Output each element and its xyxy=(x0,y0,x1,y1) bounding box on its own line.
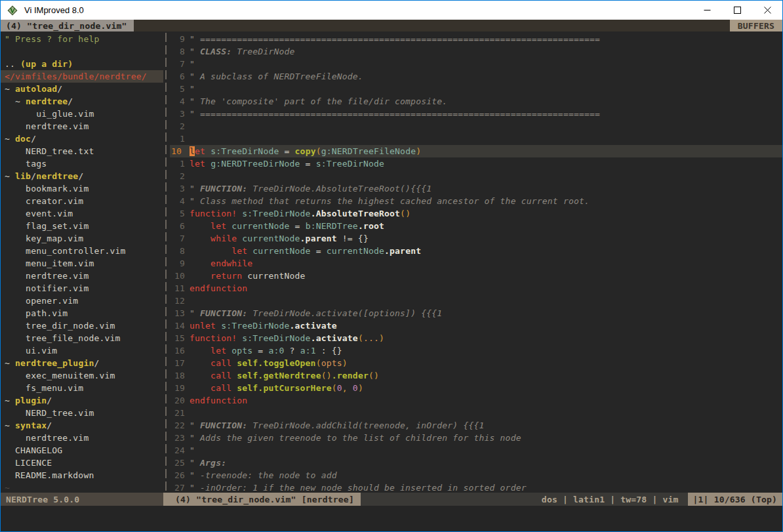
code-line[interactable]: 10 return currentNode xyxy=(170,270,782,282)
code-line[interactable]: 15function! s:TreeDirNode.activate(...) xyxy=(170,332,782,344)
code-line[interactable]: 7 while currentNode.parent != {} xyxy=(170,232,782,245)
token-file: ~ xyxy=(5,134,15,144)
code-line[interactable]: 18 call self.getNerdtree().render() xyxy=(170,369,782,382)
token-k: function! xyxy=(190,209,237,218)
tree-row[interactable]: event.vim xyxy=(1,207,163,220)
code-line-current[interactable]: 10let s:TreeDirNode = copy(g:NERDTreeFil… xyxy=(170,145,782,157)
code-line[interactable]: 27" -inOrder: 1 if the new node should b… xyxy=(170,481,782,493)
code-line[interactable]: 26" -treenode: the node to add xyxy=(170,469,782,481)
code-line[interactable]: 22" FUNCTION: TreeDirNode.addChild(treen… xyxy=(170,419,782,432)
token-dir: doc xyxy=(15,134,31,144)
code-line[interactable]: 8 let currentNode = currentNode.parent xyxy=(170,245,782,257)
code-line[interactable]: 8" CLASS: TreeDirNode xyxy=(170,45,782,58)
code-line[interactable]: 25" Args: xyxy=(170,457,782,469)
code-line[interactable]: 7" xyxy=(170,58,782,70)
code-line[interactable]: 9" =====================================… xyxy=(170,33,782,45)
tree-row[interactable]: nerdtree.vim xyxy=(1,270,163,282)
tree-row[interactable]: ~ xyxy=(1,481,163,493)
buffers-label: BUFFERS xyxy=(730,20,782,31)
code-line[interactable]: 4" Class method that returns the highest… xyxy=(170,195,782,207)
code-text: " CLASS: TreeDirNode xyxy=(190,45,782,58)
token-k: call xyxy=(211,371,231,380)
vim-logo-icon xyxy=(7,5,18,16)
tree-row[interactable]: flag_set.vim xyxy=(1,220,163,232)
tree-row[interactable]: tags xyxy=(1,157,163,170)
tree-row[interactable]: NERD_tree.txt xyxy=(1,145,163,157)
code-line[interactable]: 5function! s:TreeDirNode.AbsoluteTreeRoo… xyxy=(170,207,782,220)
code-line[interactable]: 20endfunction xyxy=(170,394,782,407)
code-line[interactable]: 6" A subclass of NERDTreeFileNode. xyxy=(170,70,782,83)
token-file: fs_menu.vim xyxy=(5,383,83,393)
token-file: / xyxy=(31,171,36,181)
code-line[interactable]: 23" Adds the given treenode to the list … xyxy=(170,432,782,444)
tree-row[interactable]: tree_dir_node.vim xyxy=(1,319,163,332)
tree-row[interactable]: README.markdown xyxy=(1,469,163,481)
tree-row[interactable]: menu_controller.vim xyxy=(1,245,163,257)
token-file: menu_controller.vim xyxy=(5,246,126,256)
tree-row[interactable]: ~ lib/nerdtree/ xyxy=(1,170,163,182)
tree-row[interactable]: path.vim xyxy=(1,307,163,319)
token-k: function! xyxy=(190,333,237,343)
code-line[interactable]: 12 xyxy=(170,295,782,307)
tree-root-path[interactable]: </vimfiles/bundle/nerdtree/ xyxy=(1,70,163,83)
tree-row[interactable]: bookmark.vim xyxy=(1,182,163,195)
code-line[interactable]: 1let g:NERDTreeDirNode = s:TreeDirNode xyxy=(170,157,782,170)
tree-row[interactable]: exec_menuitem.vim xyxy=(1,369,163,382)
code-line[interactable]: 3" FUNCTION: TreeDirNode.AbsoluteTreeRoo… xyxy=(170,182,782,195)
line-number: 14 xyxy=(170,319,190,332)
command-line[interactable] xyxy=(1,506,782,531)
code-line[interactable]: 11endfunction xyxy=(170,282,782,295)
code-line[interactable]: 5" xyxy=(170,83,782,95)
tree-row[interactable]: ~ nerdtree/ xyxy=(1,95,163,108)
code-line[interactable]: 4" The 'composite' part of the file/dir … xyxy=(170,95,782,108)
tree-row[interactable]: tree_file_node.vim xyxy=(1,332,163,344)
tree-row[interactable]: ~ autoload/ xyxy=(1,83,163,95)
code-line[interactable]: 3" =====================================… xyxy=(170,108,782,120)
tree-row[interactable]: ui_glue.vim xyxy=(1,108,163,120)
tree-row[interactable]: ~ plugin/ xyxy=(1,394,163,407)
tree-row[interactable]: creator.vim xyxy=(1,195,163,207)
tree-row[interactable]: key_map.vim xyxy=(1,232,163,245)
tree-row[interactable]: fs_menu.vim xyxy=(1,382,163,394)
code-line[interactable]: 16 let opts = a:0 ? a:1 : {} xyxy=(170,344,782,357)
tree-row[interactable]: LICENCE xyxy=(1,457,163,469)
token-t: = xyxy=(300,159,316,169)
token-file: flag_set.vim xyxy=(5,221,89,231)
code-line[interactable]: 13" FUNCTION: TreeDirNode.activate([opti… xyxy=(170,307,782,319)
window-separator[interactable] xyxy=(163,31,170,493)
code-line[interactable]: 14unlet s:TreeDirNode.activate xyxy=(170,319,782,332)
code-line[interactable]: 1 xyxy=(170,133,782,145)
code-line[interactable]: 24" xyxy=(170,444,782,457)
code-line[interactable]: 19 call self.putCursorHere(0, 0) xyxy=(170,382,782,394)
minimize-button[interactable] xyxy=(692,1,722,20)
tree-row[interactable]: .. (up a dir) xyxy=(1,58,163,70)
code-line[interactable]: 21 xyxy=(170,407,782,419)
code-line[interactable]: 2 xyxy=(170,120,782,133)
tree-row[interactable]: ~ doc/ xyxy=(1,133,163,145)
tree-row[interactable]: ~ syntax/ xyxy=(1,419,163,432)
token-p: ( xyxy=(358,333,363,343)
tab-tree-dir-node[interactable]: (4) "tree_dir_node.vim" xyxy=(1,20,134,31)
tree-row[interactable]: opener.vim xyxy=(1,295,163,307)
maximize-button[interactable] xyxy=(722,1,752,20)
tree-row[interactable]: notifier.vim xyxy=(1,282,163,295)
close-button[interactable] xyxy=(752,1,782,20)
tree-row[interactable]: ui.vim xyxy=(1,344,163,357)
token-p: ( xyxy=(316,146,321,156)
tree-row[interactable]: nerdtree.vim xyxy=(1,432,163,444)
tree-row[interactable] xyxy=(1,45,163,58)
token-t xyxy=(216,321,221,331)
tree-row[interactable]: CHANGELOG xyxy=(1,444,163,457)
tree-row[interactable]: NERD_tree.vim xyxy=(1,407,163,419)
tree-row[interactable]: " Press ? for help xyxy=(1,33,163,45)
code-line[interactable]: 2 xyxy=(170,170,782,182)
tree-row[interactable]: ~ nerdtree_plugin/ xyxy=(1,357,163,369)
code-line[interactable]: 9 endwhile xyxy=(170,257,782,270)
token-c: " -inOrder: 1 if the new node should be … xyxy=(190,483,527,493)
token-c: " xyxy=(190,458,200,468)
token-k: endfunction xyxy=(190,283,247,293)
code-line[interactable]: 6 let currentNode = b:NERDTree.root xyxy=(170,220,782,232)
tree-row[interactable]: menu_item.vim xyxy=(1,257,163,270)
tree-row[interactable]: nerdtree.vim xyxy=(1,120,163,133)
code-line[interactable]: 17 call self.toggleOpen(opts) xyxy=(170,357,782,369)
